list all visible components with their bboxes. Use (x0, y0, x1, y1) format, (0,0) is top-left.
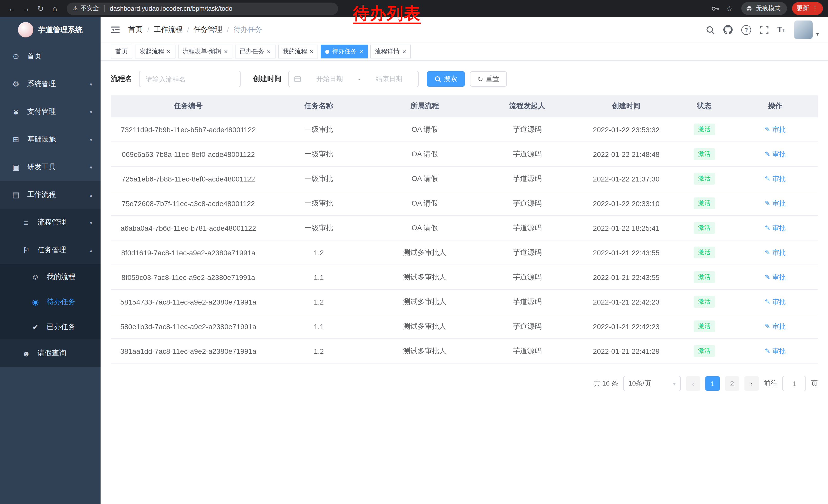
process-cell: 测试多审批人 (372, 265, 478, 289)
sidebar-item-todo-tasks[interactable]: ◉ 待办任务 (0, 289, 100, 314)
search-button[interactable]: 搜索 (427, 71, 465, 87)
close-icon[interactable]: × (167, 48, 171, 55)
security-warning-icon[interactable]: ⚠ (73, 5, 78, 12)
breadcrumb-separator: / (227, 26, 229, 34)
page-button-1[interactable]: 1 (705, 376, 720, 391)
goto-page-input[interactable] (782, 376, 806, 391)
create-time-cell: 2022-01-22 20:33:10 (577, 191, 676, 216)
approve-button[interactable]: ✎审批 (764, 248, 786, 257)
tab-start-process[interactable]: 发起流程 × (135, 45, 175, 58)
task-id-cell: 580e1b3d-7ac8-11ec-a9e2-a2380e71991a (111, 314, 266, 339)
reset-button[interactable]: ↻ 重置 (470, 71, 507, 87)
task-id-cell: 069c6a63-7b8a-11ec-8ef0-acde48001122 (111, 142, 266, 166)
sidebar-item-payment[interactable]: ¥ 支付管理 ▾ (0, 98, 100, 126)
tab-label: 发起流程 (139, 47, 164, 56)
tab-process-form-edit[interactable]: 流程表单-编辑 × (178, 45, 233, 58)
pagination-total: 共 16 条 (594, 379, 618, 388)
sidebar-collapse-icon[interactable] (111, 26, 120, 34)
header-task-name: 任务名称 (266, 95, 372, 117)
task-name-cell: 1.2 (266, 289, 372, 314)
reload-icon[interactable]: ↻ (34, 2, 47, 15)
home-icon[interactable]: ⌂ (48, 2, 61, 15)
sidebar-item-task-management[interactable]: ⚐ 任务管理 ▴ (0, 236, 100, 264)
sidebar-item-home[interactable]: ⊙ 首页 (0, 43, 100, 70)
update-button[interactable]: 更新 ⋮ (792, 2, 823, 15)
security-warning-label[interactable]: 不安全 (81, 4, 99, 13)
page-size-select[interactable]: 10条/页 ▾ (623, 376, 681, 391)
sidebar-item-done-tasks[interactable]: ✔ 已办任务 (0, 314, 100, 339)
tab-home[interactable]: 首页 (111, 45, 132, 58)
password-key-icon[interactable] (708, 2, 721, 15)
sidebar-item-label: 基础设施 (27, 135, 56, 144)
active-dot (326, 49, 330, 54)
breadcrumb-item-task-management[interactable]: 任务管理 (194, 25, 222, 34)
breadcrumb-item-home[interactable]: 首页 (128, 25, 142, 34)
process-name-input[interactable] (139, 71, 241, 87)
approve-button[interactable]: ✎审批 (764, 346, 786, 356)
approve-button[interactable]: ✎审批 (764, 149, 786, 159)
address-bar[interactable]: ⚠ 不安全 dashboard.yudao.iocoder.cn/bpm/tas… (67, 2, 338, 15)
table-row: 069c6a63-7b8a-11ec-8ef0-acde48001122 一级审… (111, 142, 818, 166)
filter-bar: 流程名 创建时间 开始日期 - 结束日期 (111, 71, 818, 87)
help-icon[interactable]: ? (741, 25, 751, 35)
sidebar-item-label: 流程管理 (37, 218, 66, 227)
person-chat-icon: ☺ (30, 272, 41, 281)
kebab-menu-icon[interactable]: ⋮ (812, 5, 818, 12)
url-text[interactable]: dashboard.yudao.iocoder.cn/bpm/task/todo (110, 5, 233, 12)
font-size-icon[interactable]: TT (777, 25, 785, 34)
sidebar-item-label: 请假查询 (37, 349, 66, 358)
sidebar-item-system[interactable]: ⚙ 系统管理 ▾ (0, 70, 100, 98)
sidebar-item-infrastructure[interactable]: ⊞ 基础设施 ▾ (0, 126, 100, 153)
prev-page-button[interactable]: ‹ (686, 376, 700, 391)
page-button-2[interactable]: 2 (725, 376, 739, 391)
list-icon: ≡ (20, 218, 32, 227)
close-icon[interactable]: × (267, 48, 271, 55)
chevron-down-icon: ▾ (90, 164, 92, 170)
approve-button[interactable]: ✎审批 (764, 322, 786, 331)
bookmark-star-icon[interactable]: ☆ (722, 2, 736, 15)
sidebar-item-label: 已办任务 (47, 322, 75, 331)
tab-my-processes[interactable]: 我的流程 × (278, 45, 318, 58)
approve-button[interactable]: ✎审批 (764, 297, 786, 306)
app-logo[interactable]: 芋道管理系统 (0, 17, 100, 43)
approve-button[interactable]: ✎审批 (764, 199, 786, 208)
status-cell: 激活 (676, 191, 733, 216)
search-icon[interactable] (706, 26, 715, 34)
status-cell: 激活 (676, 142, 733, 166)
task-name-cell: 一级审批 (266, 142, 372, 166)
back-icon[interactable]: ← (5, 2, 18, 15)
breadcrumb-item-workflow[interactable]: 工作流程 (154, 25, 182, 34)
process-cell: 测试多审批人 (372, 339, 478, 363)
status-cell: 激活 (676, 166, 733, 191)
next-page-button[interactable]: › (744, 376, 759, 391)
sidebar-item-my-processes[interactable]: ☺ 我的流程 (0, 264, 100, 289)
fullscreen-icon[interactable] (760, 26, 769, 34)
action-cell: ✎审批 (733, 117, 818, 142)
tab-todo-tasks[interactable]: 待办任务 × (321, 45, 368, 58)
action-cell: ✎审批 (733, 265, 818, 289)
approve-button[interactable]: ✎审批 (764, 125, 786, 134)
task-name-cell: 一级审批 (266, 166, 372, 191)
sidebar-item-leave-query[interactable]: ☻ 请假查询 (0, 339, 100, 367)
approve-button[interactable]: ✎审批 (764, 273, 786, 282)
edit-icon: ✎ (764, 249, 770, 256)
user-avatar[interactable] (794, 20, 813, 39)
tab-done-tasks[interactable]: 已办任务 × (235, 45, 275, 58)
close-icon[interactable]: × (224, 48, 228, 55)
close-icon[interactable]: × (402, 48, 406, 55)
sidebar-item-devtools[interactable]: ▣ 研发工具 ▾ (0, 153, 100, 181)
forward-icon[interactable]: → (19, 2, 33, 15)
approve-button[interactable]: ✎审批 (764, 174, 786, 183)
date-range-picker[interactable]: 开始日期 - 结束日期 (288, 71, 419, 87)
sidebar-item-workflow[interactable]: ▤ 工作流程 ▴ (0, 181, 100, 209)
tab-process-detail[interactable]: 流程详情 × (370, 45, 411, 58)
approve-label: 审批 (772, 346, 786, 356)
approve-button[interactable]: ✎审批 (764, 223, 786, 232)
action-cell: ✎审批 (733, 339, 818, 363)
edit-icon: ✎ (764, 224, 770, 232)
status-badge: 激活 (693, 271, 715, 283)
github-icon[interactable] (723, 25, 733, 34)
close-icon[interactable]: × (310, 48, 314, 55)
close-icon[interactable]: × (359, 48, 363, 55)
sidebar-item-process-management[interactable]: ≡ 流程管理 ▾ (0, 209, 100, 236)
